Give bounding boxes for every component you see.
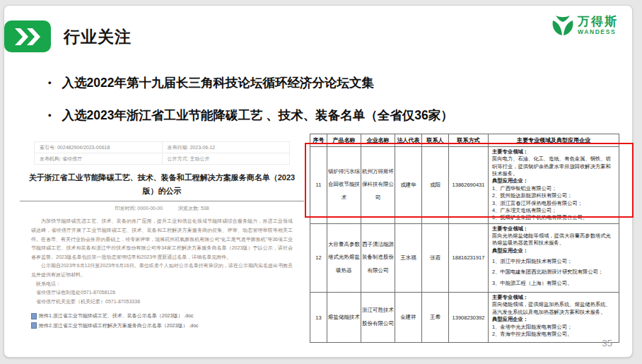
doc-view-count: 浏览次数: 538 [178,206,209,211]
page-title: 行业关注 [64,26,132,48]
double-chevron-icon [4,20,51,52]
chevrons-glyph [13,28,42,46]
cell-product: 大容量高参数塔式光热熔盐吸热器 [327,223,361,293]
cell-phone: 13862690431 [449,147,489,224]
col-header-phone: 联系方式 [449,134,489,147]
doc-attachments: 附件1.浙江省工业节能降碳工艺、技术、装备公示名单（2023版） .doc 附件… [31,312,293,329]
cell-contact: 戎阳 [422,147,449,224]
doc-icon [31,322,37,329]
table-row-13: 13 熔盐储能技术 浙江可胜技术股份有限公司 金建祥 王希 1390823039… [310,293,619,343]
doc-meta-index: 索引号:002482904/2023-00618 [35,142,162,153]
doc-meta-openmode: 公开方式:主动公开 [162,153,290,164]
cell-company: 浙江可胜技术股份有限公司 [361,293,395,343]
doc-body: 为加快节能降碳先进工艺、技术、装备的推广应用，提升工业和信息化领域节能降碳综合服… [31,217,293,306]
brand-name-cn: 万得斯 [578,16,618,29]
cell-domain-detail: 主要专业领域： 面向电力、石油、化工、造纸、有色金属、钢铁、纺织等行业，提供锅炉… [489,147,619,224]
doc-meta-row: 索引号:002482904/2023-00618 发布日期:2023-06-12 [35,142,289,153]
doc-contact-phone-1: 省经信厅绿色制造处0571-87058126 [31,288,293,298]
cell-contact: 王希 [422,293,449,343]
brand-name-en: WANDESS [578,29,618,35]
doc-title: 关于浙江省工业节能降碳工艺、技术、装备和工程解决方案服务商名单（2023版）的公… [23,171,301,197]
doc-icon [31,313,37,319]
cell-product: 锅炉排污水综合回收节能技术 [327,147,361,224]
leaf-logo-icon [551,14,575,37]
brand-logo: 万得斯 WANDESS [551,14,618,37]
table-header-row: 序号 产品名称 企业名称 法人代表 联系人 联系方式 主要专业领域及典型应用企业 [310,134,619,147]
doc-paragraph-2: 公示期自2023年6月12日至2023年6月16日。单位或者个人如对公示名单持有… [31,262,293,279]
col-header-no: 序号 [310,134,327,147]
col-header-legal: 法人代表 [395,134,422,147]
vendor-table: 序号 产品名称 企业名称 法人代表 联系人 联系方式 主要专业领域及典型应用企业… [310,134,619,343]
bullet-item-2: 入选2023年浙江省工业节能降碳工艺 、技术、装备名单（全省仅36家） [48,107,453,124]
doc-contact-phone-2: 省经信厅机关党委（机关纪委）0571-87053338 [31,298,293,307]
table-row-12: 12 大容量高参数塔式光热熔盐吸热器 西子清洁能源装备制造股份有限公司 王水福 … [310,223,619,293]
col-header-domain: 主要专业领域及典型应用企业 [489,134,619,147]
col-header-company: 企业名称 [361,134,395,147]
attachment-link-2[interactable]: 附件2.浙江省工业节能降碳工程解决方案服务商公示名单（2023版） .doc [31,322,293,329]
doc-meta-date: 发布日期:2023-06-12 [162,142,290,153]
doc-contact-label: 联系电话： [31,280,293,289]
cell-company: 杭州万得斯环保科技有限公司 [361,147,395,224]
cell-product: 熔盐储能技术 [327,293,361,343]
page-number: 35 [602,338,612,348]
cell-legal: 王水福 [395,223,422,293]
cell-legal: 戎建华 [395,147,422,224]
bullet-list: 入选2022年第十九届长三角科技论坛循环经济分论坛文集 入选2023年浙江省工业… [48,74,453,139]
attachment-link-1[interactable]: 附件1.浙江省工业节能降碳工艺、技术、装备公示名单（2023版） .doc [31,312,293,319]
bullet-item-1: 入选2022年第十九届长三角科技论坛循环经济分论坛文集 [48,74,453,91]
doc-issue-time: 印发时间: 0000-00-00 [115,206,163,211]
cell-no: 12 [310,223,327,293]
cell-phone: 18816231917 [449,223,489,293]
cell-domain-detail: 主要专业领域： 面向光热熔盐储能等领域，提供大容量高参数塔式光热熔盐吸热器装置和… [489,223,619,293]
table-row-11: 11 锅炉排污水综合回收节能技术 杭州万得斯环保科技有限公司 戎建华 戎阳 13… [310,147,619,224]
cell-domain-detail: 主要专业领域： 面向储能领域，提供熔盐加热系统、熔盐储热系统、蒸汽发生系统以及电… [489,293,619,343]
slide: 行业关注 万得斯 WANDESS 入选2022年第十九届长三角科技论坛循环经济分… [4,5,633,358]
doc-meta-row: 发布机构:省经信厅 公开方式:主动公开 [35,153,289,164]
doc-divider [20,201,304,201]
doc-meta-table: 索引号:002482904/2023-00618 发布日期:2023-06-12… [34,141,290,165]
announcement-screenshot: 索引号:002482904/2023-00618 发布日期:2023-06-12… [20,139,304,329]
cell-company: 西子清洁能源装备制造股份有限公司 [361,223,395,293]
brand-text: 万得斯 WANDESS [578,16,618,35]
cell-no: 11 [310,147,327,224]
doc-meta-agency: 发布机构:省经信厅 [35,153,162,164]
col-header-product: 产品名称 [327,134,361,147]
doc-issue-line: 印发时间: 0000-00-00 浏览次数: 538 [20,205,304,212]
cell-legal: 金建祥 [395,293,422,343]
col-header-contact: 联系人 [422,134,449,147]
cell-phone: 13908230392 [449,293,489,343]
cell-no: 13 [310,293,327,343]
doc-paragraph-1: 为加快节能降碳先进工艺、技术、装备的推广应用，提升工业和信息化领域节能降碳综合服… [31,217,293,262]
cell-contact: 张霞 [422,223,449,293]
